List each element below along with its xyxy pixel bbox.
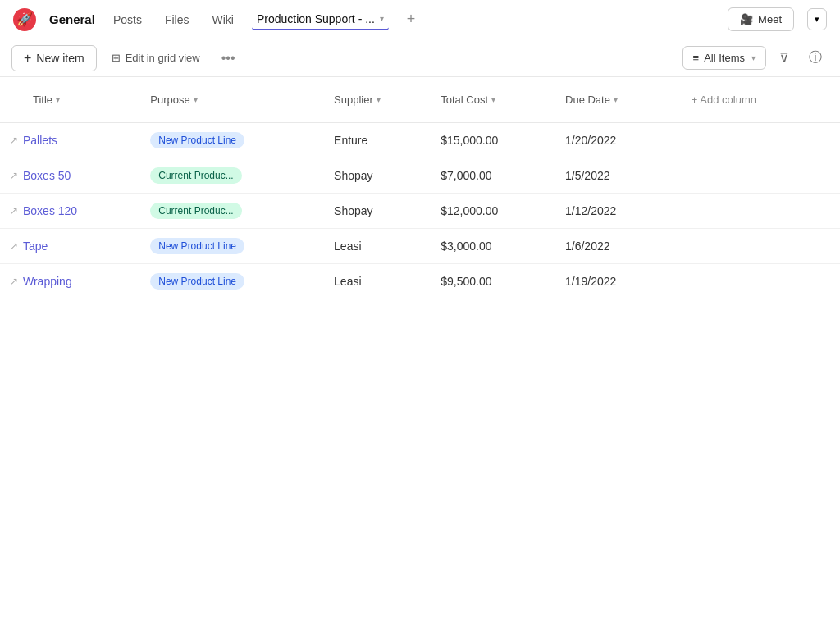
cell-date-4: 1/19/2022	[555, 264, 672, 299]
info-button[interactable]: ⓘ	[802, 46, 829, 70]
filter-icon: ⊽	[779, 51, 789, 65]
all-items-chevron-icon: ▾	[751, 53, 756, 62]
table-header-row: Title ▾ Purpose ▾ Supplier ▾	[0, 77, 840, 123]
cell-date-1: 1/5/2022	[555, 158, 672, 194]
cell-supplier-1: Shopay	[324, 158, 431, 194]
purpose-badge: Current Produc...	[150, 203, 241, 219]
info-icon: ⓘ	[809, 50, 822, 64]
table-row[interactable]: ↗ Tape New Product Line Leasi $3,000.00 …	[0, 229, 840, 264]
table-row[interactable]: ↗ Pallets New Product Line Enture $15,00…	[0, 123, 840, 158]
table-container: Title ▾ Purpose ▾ Supplier ▾	[0, 77, 840, 299]
item-title: Boxes 50	[23, 169, 71, 182]
cell-extra-0	[672, 123, 840, 158]
column-header-due-date[interactable]: Due Date ▾	[555, 77, 672, 123]
filter-button[interactable]: ⊽	[773, 47, 796, 69]
video-icon: 🎥	[740, 13, 753, 25]
cell-purpose-1: Current Produc...	[140, 158, 324, 194]
purpose-sort-icon: ▾	[194, 95, 198, 104]
cell-supplier-3: Leasi	[324, 229, 431, 264]
item-title: Pallets	[23, 134, 57, 147]
supplier-sort-icon: ▾	[377, 95, 381, 104]
cell-cost-2: $12,000.00	[431, 194, 555, 229]
cell-date-2: 1/12/2022	[555, 194, 672, 229]
column-header-supplier[interactable]: Supplier ▾	[324, 77, 431, 123]
cell-extra-1	[672, 158, 840, 194]
cell-title-1: ↗ Boxes 50	[0, 158, 140, 194]
table-row[interactable]: ↗ Boxes 50 Current Produc... Shopay $7,0…	[0, 158, 840, 194]
item-title: Boxes 120	[23, 204, 77, 217]
new-item-button[interactable]: + New item	[11, 45, 97, 71]
top-nav: 🚀 General Posts Files Wiki Production Su…	[0, 0, 840, 39]
toolbar: + New item ⊞ Edit in grid view ••• ≡ All…	[0, 39, 840, 77]
cell-purpose-3: New Product Line	[140, 229, 324, 264]
cell-title-2: ↗ Boxes 120	[0, 194, 140, 229]
app-logo: 🚀	[13, 8, 36, 31]
purpose-badge: New Product Line	[150, 132, 244, 148]
row-expand-icon: ↗	[10, 276, 18, 287]
purpose-badge: New Product Line	[150, 273, 244, 290]
cell-purpose-0: New Product Line	[140, 123, 324, 158]
app-title: General	[49, 12, 95, 26]
column-header-total-cost[interactable]: Total Cost ▾	[431, 77, 555, 123]
all-items-button[interactable]: ≡ All Items ▾	[682, 46, 766, 70]
row-expand-icon: ↗	[10, 135, 18, 146]
item-title: Wrapping	[23, 275, 72, 288]
cell-cost-0: $15,000.00	[431, 123, 555, 158]
title-sort-icon: ▾	[56, 95, 60, 104]
cell-supplier-0: Enture	[324, 123, 431, 158]
more-options-button[interactable]: •••	[215, 48, 242, 69]
nav-files[interactable]: Files	[160, 10, 194, 30]
table-row[interactable]: ↗ Wrapping New Product Line Leasi $9,500…	[0, 264, 840, 299]
active-tab-chevron-icon: ▾	[380, 14, 384, 23]
nav-posts[interactable]: Posts	[108, 10, 147, 30]
cell-extra-4	[672, 264, 840, 299]
cell-title-0: ↗ Pallets	[0, 123, 140, 158]
cell-cost-1: $7,000.00	[431, 158, 555, 194]
cell-date-0: 1/20/2022	[555, 123, 672, 158]
item-title: Tape	[23, 240, 48, 253]
cell-cost-3: $3,000.00	[431, 229, 555, 264]
row-expand-icon: ↗	[10, 240, 18, 252]
purpose-badge: New Product Line	[150, 238, 244, 254]
edit-grid-view-button[interactable]: ⊞ Edit in grid view	[103, 47, 208, 69]
cell-supplier-2: Shopay	[324, 194, 431, 229]
add-column-button[interactable]: + Add column	[672, 77, 840, 123]
filter-lines-icon: ≡	[693, 52, 700, 64]
table-row[interactable]: ↗ Boxes 120 Current Produc... Shopay $12…	[0, 194, 840, 229]
add-tab-button[interactable]: +	[402, 9, 421, 30]
cell-supplier-4: Leasi	[324, 264, 431, 299]
cell-cost-4: $9,500.00	[431, 264, 555, 299]
meet-chevron-button[interactable]: ▾	[807, 8, 827, 30]
cost-sort-icon: ▾	[491, 95, 495, 104]
row-expand-icon: ↗	[10, 205, 18, 217]
cell-title-4: ↗ Wrapping	[0, 264, 140, 299]
cell-extra-2	[672, 194, 840, 229]
date-sort-icon: ▾	[614, 95, 618, 104]
nav-wiki[interactable]: Wiki	[207, 10, 238, 30]
meet-button[interactable]: 🎥 Meet	[728, 7, 794, 31]
cell-extra-3	[672, 229, 840, 264]
column-header-purpose[interactable]: Purpose ▾	[140, 77, 324, 123]
plus-icon: +	[24, 51, 31, 66]
column-header-title[interactable]: Title ▾	[0, 77, 140, 123]
cell-purpose-4: New Product Line	[140, 264, 324, 299]
purpose-badge: Current Produc...	[150, 167, 241, 184]
cell-title-3: ↗ Tape	[0, 229, 140, 264]
cell-date-3: 1/6/2022	[555, 229, 672, 264]
nav-tab-production-support[interactable]: Production Support - ... ▾	[252, 9, 389, 30]
meet-chevron-icon: ▾	[815, 14, 819, 24]
grid-icon: ⊞	[112, 52, 121, 64]
cell-purpose-2: Current Produc...	[140, 194, 324, 229]
row-expand-icon: ↗	[10, 170, 18, 181]
items-table: Title ▾ Purpose ▾ Supplier ▾	[0, 77, 840, 299]
